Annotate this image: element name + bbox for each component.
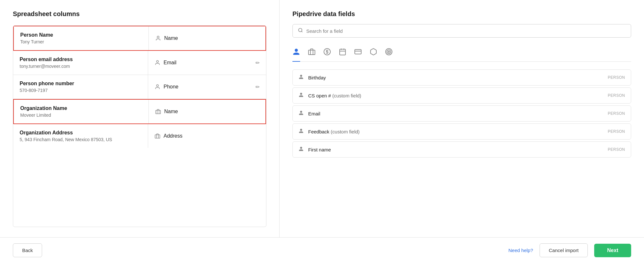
row-person-name[interactable]: Person Name Tony Turner Name: [13, 26, 266, 51]
cat-card[interactable]: [354, 45, 362, 60]
col-value-person-email: tony.turner@moveer.com: [20, 64, 141, 69]
field-item-cs-open[interactable]: CS open # (custom field) PERSON: [292, 87, 631, 104]
left-panel-title: Spreadsheet columns: [13, 10, 266, 18]
category-icons: [292, 45, 631, 62]
search-icon: [298, 28, 303, 34]
search-box[interactable]: [292, 24, 631, 38]
svg-point-1: [157, 60, 158, 62]
footer: Back Need help? Cancel import Next: [0, 237, 644, 263]
person-icon-phone: [155, 84, 160, 90]
cat-money[interactable]: [323, 45, 331, 60]
col-right-person-phone: Phone ✏: [148, 75, 266, 99]
edit-icon-phone[interactable]: ✏: [255, 84, 260, 90]
person-icon: [155, 35, 161, 41]
col-value-person-phone: 570-809-7197: [20, 88, 141, 93]
col-name-org-name: Organization Name: [20, 105, 142, 111]
cat-person[interactable]: [292, 45, 300, 60]
field-item-name-birthday: Birthday: [308, 75, 608, 80]
left-panel: Spreadsheet columns Person Name Tony Tur…: [0, 0, 280, 237]
col-right-org-address: Address: [148, 124, 266, 148]
col-right-org-name: Name: [149, 100, 265, 123]
cancel-button[interactable]: Cancel import: [540, 243, 588, 257]
svg-point-0: [157, 36, 159, 38]
field-name-person-email: Email: [164, 60, 252, 66]
field-item-type-feedback: PERSON: [608, 129, 625, 134]
col-right-person-email: Email ✏: [148, 51, 266, 75]
col-value-org-name: Moveer Limited: [20, 113, 142, 118]
field-item-icon-birthday: [299, 74, 304, 81]
row-org-address[interactable]: Organization Address 5, 943 Fincham Road…: [13, 124, 266, 148]
svg-rect-6: [309, 50, 315, 55]
cat-box[interactable]: [370, 45, 377, 60]
row-person-email[interactable]: Person email address tony.turner@moveer.…: [13, 51, 266, 75]
cat-target[interactable]: [385, 45, 393, 60]
field-item-first-name[interactable]: First name PERSON: [292, 141, 631, 158]
field-item-icon-first-name: [299, 146, 304, 153]
back-button[interactable]: Back: [13, 243, 42, 257]
col-name-person-name: Person Name: [20, 32, 142, 38]
col-right-person-name: Name: [149, 26, 265, 50]
col-name-person-phone: Person phone number: [20, 81, 141, 86]
org-icon-name: [155, 109, 161, 114]
next-button[interactable]: Next: [594, 244, 631, 257]
col-name-org-address: Organization Address: [20, 130, 141, 136]
svg-point-2: [157, 85, 158, 86]
field-item-feedback[interactable]: Feedback (custom field) PERSON: [292, 123, 631, 140]
svg-rect-8: [340, 49, 345, 55]
field-item-email[interactable]: Email PERSON: [292, 105, 631, 122]
field-item-type-first-name: PERSON: [608, 147, 625, 152]
field-item-type-email: PERSON: [608, 111, 625, 116]
svg-rect-3: [156, 110, 161, 114]
col-value-person-name: Tony Turner: [20, 39, 142, 44]
svg-point-12: [388, 51, 389, 52]
right-panel-title: Pipedrive data fields: [292, 10, 631, 18]
col-name-person-email: Person email address: [20, 57, 141, 62]
svg-rect-9: [355, 50, 361, 54]
edit-icon-email[interactable]: ✏: [255, 60, 260, 66]
right-panel: Pipedrive data fields: [280, 0, 644, 237]
field-name-person-phone: Phone: [164, 84, 252, 90]
field-item-name-cs-open: CS open # (custom field): [308, 93, 608, 98]
field-name-person-name: Name: [164, 35, 259, 41]
field-item-name-email: Email: [308, 111, 608, 116]
field-name-org-address: Address: [164, 133, 260, 139]
fields-list: Birthday PERSON CS open # (custom field)…: [292, 69, 631, 227]
svg-point-11: [387, 50, 391, 54]
svg-rect-4: [155, 135, 160, 138]
field-name-org-name: Name: [164, 109, 259, 114]
cat-calendar[interactable]: [339, 45, 346, 60]
org-icon-address: [155, 133, 160, 139]
field-item-icon-email: [299, 110, 304, 117]
row-org-name[interactable]: Organization Name Moveer Limited Name: [13, 99, 266, 124]
columns-table: Person Name Tony Turner Name: [13, 25, 266, 227]
search-input[interactable]: [306, 28, 626, 34]
field-item-icon-cs-open: [299, 92, 304, 99]
field-item-birthday[interactable]: Birthday PERSON: [292, 69, 631, 86]
field-item-name-first-name: First name: [308, 147, 608, 152]
field-item-type-birthday: PERSON: [608, 75, 625, 80]
person-icon-email: [155, 60, 160, 66]
footer-right: Need help? Cancel import Next: [508, 243, 631, 257]
cat-org[interactable]: [308, 45, 316, 60]
row-person-phone[interactable]: Person phone number 570-809-7197 Phone ✏: [13, 75, 266, 99]
need-help-link[interactable]: Need help?: [508, 248, 533, 253]
field-item-type-cs-open: PERSON: [608, 93, 625, 98]
svg-point-5: [299, 28, 302, 32]
field-item-icon-feedback: [299, 128, 304, 135]
col-value-org-address: 5, 943 Fincham Road, New Mexico 87503, U…: [20, 137, 141, 142]
field-item-name-feedback: Feedback (custom field): [308, 129, 608, 134]
